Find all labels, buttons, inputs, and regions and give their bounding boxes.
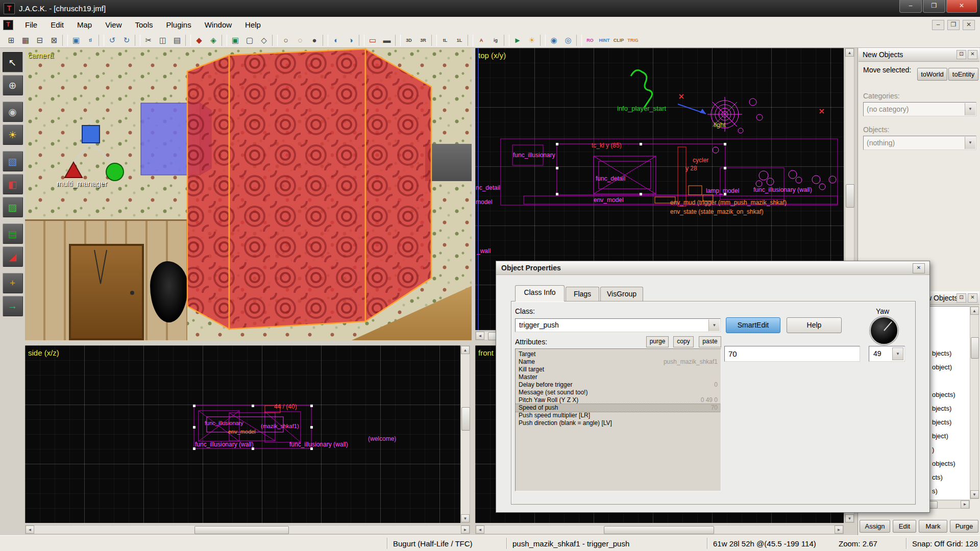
ungroup[interactable]: ▢ [242,34,257,47]
separator[interactable] [540,35,546,46]
render-3d[interactable]: 3R [416,34,430,47]
group[interactable]: ▣ [228,34,242,47]
tab-class-info[interactable]: Class Info [515,285,565,302]
menu-item[interactable]: File [18,18,44,32]
ignore-groups[interactable]: ◇ [257,34,271,47]
float-panel-icon[interactable]: ⊡ [957,293,966,303]
scroll-up-icon[interactable]: ▲ [970,307,979,315]
redo[interactable]: ↻ [119,34,134,47]
mark-button[interactable]: Mark [919,520,947,533]
separator[interactable] [359,35,364,46]
maximize-button[interactable]: ❐ [923,0,945,13]
scroll-left-icon[interactable]: ◄ [26,525,34,534]
scrollbar-thumb[interactable] [846,184,854,208]
chevron-down-icon[interactable]: ▼ [965,137,975,149]
scroll-right-icon[interactable]: ► [961,500,969,509]
separator[interactable] [222,35,227,46]
viewport-3d-camera[interactable]: camera multi_manager [25,48,472,340]
close-panel-icon[interactable]: ✕ [968,293,977,303]
attribute-row[interactable]: Master [516,373,721,381]
smartedit-button[interactable]: SmartEdit [726,317,780,333]
paste-attr-button[interactable]: paste [699,336,721,347]
texture-uv-lock[interactable]: tL [438,34,452,47]
attribute-row[interactable]: Name push_mazik_shkaf1 [516,358,721,366]
separator[interactable] [99,35,104,46]
dialog-titlebar[interactable]: Object Properties [496,261,929,275]
separator[interactable] [62,35,68,46]
minimize-button[interactable]: – [899,0,922,13]
yaw-dropdown[interactable]: 49 ▼ [869,346,905,362]
mdi-restore-button[interactable]: ❐ [947,20,960,30]
compile-settings[interactable]: ☀ [525,34,539,47]
scroll-right-icon[interactable]: ► [461,525,470,534]
vertex-tool[interactable]: + [3,273,23,293]
path-tool[interactable]: → [3,296,23,316]
texture-lock[interactable]: tl [83,34,97,47]
hide-selected[interactable]: ○ [279,34,293,47]
purge-button[interactable]: Purge [950,520,978,533]
list-item[interactable]: objects) [932,460,955,467]
trig-texture[interactable]: TRIG [626,34,640,47]
list-item[interactable]: bjects) [932,418,951,426]
attribute-row[interactable]: Delay before trigger 0 [516,381,721,389]
smaller-grid[interactable]: ⊟ [33,34,47,47]
scroll-right-icon[interactable]: ► [835,525,843,534]
select-inside[interactable]: ◑ [344,34,358,47]
list-item[interactable]: ) [932,446,934,454]
toggle-3d-grid[interactable]: ▦ [18,34,33,47]
dialog-close-icon[interactable]: ✕ [913,263,925,273]
menu-item[interactable]: Edit [44,18,70,32]
scrollbar-thumb[interactable] [604,526,714,534]
ignore-grouping[interactable]: ig [488,34,503,47]
viewport-side-xz[interactable]: side (x/z) 44 / (40)func_illusionary(maz… [25,345,460,523]
separator[interactable] [504,35,509,46]
hint-texture[interactable]: HINT [597,34,611,47]
scroll-left-icon[interactable]: ◄ [476,332,484,340]
assign-button[interactable]: Assign [860,520,890,533]
scroll-up-icon[interactable]: ▲ [461,346,470,354]
tab-flags[interactable]: Flags [566,287,599,302]
separator[interactable] [135,35,140,46]
separator[interactable] [431,35,437,46]
copy-attr-button[interactable]: copy [673,336,694,347]
yaw-dial[interactable] [870,316,898,345]
list-item[interactable]: bjects) [932,349,951,357]
scroll-up-icon[interactable]: ▲ [845,48,854,57]
larger-grid[interactable]: ⊠ [47,34,61,47]
to-world-button[interactable]: toWorld [917,68,947,81]
menu-item[interactable]: Window [198,18,238,32]
help-button[interactable]: Help [787,317,842,333]
separator[interactable] [272,35,278,46]
camera-tool[interactable]: ◉ [3,102,23,122]
unhide-all[interactable]: ● [307,34,322,47]
undo[interactable]: ↺ [105,34,119,47]
scrollbar-thumb[interactable] [461,407,470,431]
attribute-row[interactable]: Message (set sound too!) [516,389,721,396]
scroll-down-icon[interactable]: ▼ [845,514,854,522]
separator[interactable] [395,35,401,46]
scroll-down-icon[interactable]: ▼ [970,490,979,498]
yaw-needle[interactable] [884,321,892,331]
attribute-row[interactable]: Push direction (blank = angle) [LV] [516,419,721,427]
list-item[interactable]: objects) [932,391,955,398]
side-view-vscrollbar[interactable]: ▲ ▼ [460,345,470,523]
close-panel-icon[interactable]: ✕ [968,50,977,59]
value-input[interactable]: 70 [724,346,860,362]
pointfile[interactable]: ◎ [561,34,575,47]
purge-attr-button[interactable]: purge [646,336,669,347]
avatar-view[interactable]: ◉ [547,34,561,47]
panel-list-vscrollbar[interactable]: ▲ ▼ [970,306,979,499]
chevron-down-icon[interactable]: ▼ [965,103,975,115]
close-button[interactable]: ✕ [946,0,977,13]
menu-item[interactable]: Plugins [160,18,198,32]
attribute-row[interactable]: Speed of push 70 [516,404,721,412]
category-dropdown[interactable]: (no category) ▼ [863,102,976,116]
snap-to-grid[interactable]: ▣ [69,34,83,47]
entity-tool[interactable]: ☀ [3,124,23,145]
menu-item[interactable]: View [99,18,128,32]
scrollbar-thumb[interactable] [194,526,289,534]
hide-unselected[interactable]: ◌ [293,34,307,47]
separator[interactable] [185,35,191,46]
chevron-down-icon[interactable]: ▼ [892,347,903,360]
magnify-tool[interactable]: ⊕ [3,75,23,95]
